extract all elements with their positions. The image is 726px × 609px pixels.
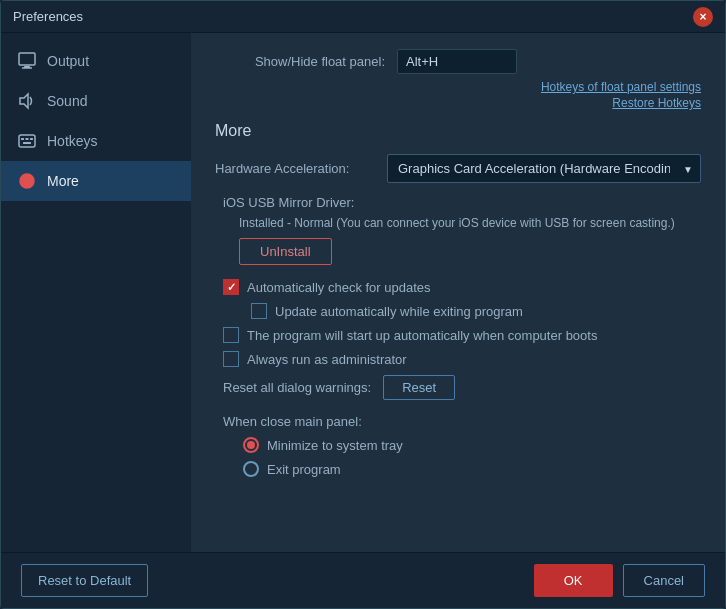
bottom-right-buttons: OK Cancel [534,564,705,597]
sidebar: Output Sound [1,33,191,552]
section-title: More [215,122,701,140]
reset-dialog-button[interactable]: Reset [383,375,455,400]
minimize-radio-label: Minimize to system tray [267,438,403,453]
sidebar-item-sound-label: Sound [47,93,87,109]
admin-label: Always run as administrator [247,352,407,367]
update-auto-checkbox[interactable] [251,303,267,319]
auto-start-checkbox[interactable] [223,327,239,343]
check-updates-row: Automatically check for updates [223,279,701,295]
update-auto-row: Update automatically while exiting progr… [251,303,701,319]
uninstall-button[interactable]: UnInstall [239,238,332,265]
hardware-accel-label: Hardware Acceleration: [215,161,375,176]
more-icon [17,171,37,191]
window-title: Preferences [13,9,83,24]
hardware-accel-dropdown-wrapper: Graphics Card Acceleration (Hardware Enc… [387,154,701,183]
sidebar-item-output[interactable]: Output [1,41,191,81]
reset-dialog-row: Reset all dialog warnings: Reset [223,375,701,400]
hardware-accel-row: Hardware Acceleration: Graphics Card Acc… [215,154,701,183]
minimize-radio[interactable] [243,437,259,453]
restore-hotkeys-link[interactable]: Restore Hotkeys [612,96,701,110]
sidebar-item-output-label: Output [47,53,89,69]
svg-rect-4 [19,135,35,147]
output-icon [17,51,37,71]
exit-radio-label: Exit program [267,462,341,477]
hotkey-row: Show/Hide float panel: [215,49,701,74]
sidebar-item-hotkeys[interactable]: Hotkeys [1,121,191,161]
sidebar-item-sound[interactable]: Sound [1,81,191,121]
main-content: Output Sound [1,33,725,552]
minimize-radio-row: Minimize to system tray [243,437,701,453]
reset-dialog-label: Reset all dialog warnings: [223,380,371,395]
check-updates-checkbox[interactable] [223,279,239,295]
sound-icon [17,91,37,111]
cancel-button[interactable]: Cancel [623,564,705,597]
title-bar: Preferences × [1,1,725,33]
reset-default-button[interactable]: Reset to Default [21,564,148,597]
exit-radio-row: Exit program [243,461,701,477]
exit-radio[interactable] [243,461,259,477]
preferences-window: Preferences × Output [0,0,726,609]
bottom-bar: Reset to Default OK Cancel [1,552,725,608]
svg-rect-0 [19,53,35,65]
auto-start-row: The program will start up automatically … [223,327,701,343]
sidebar-item-more-label: More [47,173,79,189]
content-area: Show/Hide float panel: Hotkeys of float … [191,33,725,552]
admin-checkbox[interactable] [223,351,239,367]
sidebar-item-hotkeys-label: Hotkeys [47,133,98,149]
float-panel-settings-link[interactable]: Hotkeys of float panel settings [541,80,701,94]
svg-marker-3 [20,94,28,108]
install-status: Installed - Normal (You can connect your… [239,216,701,230]
svg-rect-6 [26,138,29,140]
ios-usb-label: iOS USB Mirror Driver: [223,195,701,210]
svg-rect-8 [23,142,31,144]
hotkey-label: Show/Hide float panel: [215,54,385,69]
hotkey-links: Hotkeys of float panel settings Restore … [215,80,701,112]
sidebar-item-more[interactable]: More [1,161,191,201]
check-updates-label: Automatically check for updates [247,280,431,295]
admin-row: Always run as administrator [223,351,701,367]
ok-button[interactable]: OK [534,564,613,597]
svg-rect-5 [21,138,24,140]
hardware-accel-dropdown[interactable]: Graphics Card Acceleration (Hardware Enc… [387,154,701,183]
hotkey-input[interactable] [397,49,517,74]
svg-point-11 [26,180,29,183]
svg-rect-7 [30,138,33,140]
close-button[interactable]: × [693,7,713,27]
hotkeys-icon [17,131,37,151]
update-auto-label: Update automatically while exiting progr… [275,304,523,319]
auto-start-label: The program will start up automatically … [247,328,597,343]
close-panel-label: When close main panel: [223,414,701,429]
